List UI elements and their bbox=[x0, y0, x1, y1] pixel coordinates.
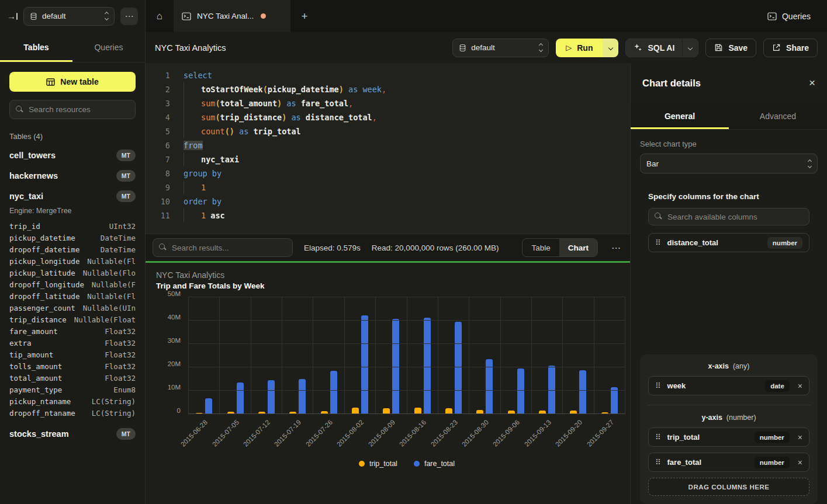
workspace-select[interactable]: default bbox=[23, 7, 115, 26]
results-search bbox=[153, 238, 293, 257]
tab-title: NYC Taxi Anal... bbox=[197, 12, 254, 20]
view-table-button[interactable]: Table bbox=[523, 239, 559, 256]
tab-tables[interactable]: Tables bbox=[0, 32, 72, 62]
y-tick-label: 40M bbox=[168, 314, 181, 321]
bar-pair bbox=[476, 359, 493, 414]
drag-handle-icon[interactable]: ⠿ bbox=[655, 238, 661, 247]
type-badge: number bbox=[755, 457, 790, 468]
token-id: pickup_datetime bbox=[268, 85, 339, 94]
column-name: dropoff_longitude bbox=[9, 279, 84, 291]
save-button[interactable]: Save bbox=[705, 39, 756, 57]
bar-fare_total bbox=[205, 398, 212, 414]
y-tick-label: 30M bbox=[168, 337, 181, 344]
remove-column-icon[interactable]: × bbox=[798, 381, 802, 391]
drag-handle-icon[interactable]: ⠿ bbox=[655, 381, 661, 390]
column-name: dropoff_ntaname bbox=[9, 408, 75, 419]
collapse-sidebar-icon[interactable]: → bbox=[7, 12, 18, 20]
panel-header: Chart details × bbox=[631, 63, 827, 103]
tab-general[interactable]: General bbox=[631, 103, 729, 129]
tab-queries[interactable]: Queries bbox=[72, 32, 145, 62]
gridline-h bbox=[188, 343, 625, 344]
drag-handle-icon[interactable]: ⠿ bbox=[655, 433, 661, 442]
token-par: ( bbox=[215, 99, 220, 108]
line-number: 6 bbox=[153, 138, 170, 152]
table-row-stocks-stream[interactable]: stocks_stream MT bbox=[9, 428, 136, 440]
column-chip-fare_total[interactable]: ⠿fare_totalnumber× bbox=[648, 453, 809, 472]
home-button[interactable]: ⌂ bbox=[146, 0, 174, 32]
sql-editor[interactable]: 1select2toStartOfWeek(pickup_datetime) a… bbox=[146, 63, 630, 234]
token-id: distance_total bbox=[306, 113, 372, 122]
new-table-button[interactable]: New table bbox=[9, 72, 136, 92]
share-button[interactable]: Share bbox=[763, 39, 818, 57]
code-line: 91 bbox=[146, 180, 630, 194]
new-tab-button[interactable]: + bbox=[290, 0, 319, 32]
results-more-button[interactable]: ⋯ bbox=[609, 242, 623, 253]
code-text: count() as trip_total bbox=[184, 124, 301, 138]
new-table-label: New table bbox=[60, 77, 98, 86]
column-type: Nullable(UIn bbox=[83, 303, 136, 314]
columns-search-input[interactable] bbox=[648, 208, 809, 225]
column-chip-distance_total[interactable]: ⠿distance_totalnumber bbox=[648, 233, 809, 252]
remove-column-icon[interactable]: × bbox=[798, 458, 802, 467]
column-name: extra bbox=[9, 338, 32, 349]
column-type: Float32 bbox=[105, 349, 136, 361]
remove-column-icon[interactable]: × bbox=[798, 433, 802, 442]
token-kw: as bbox=[286, 113, 306, 122]
token-pun: , bbox=[382, 85, 386, 94]
active-query-tab[interactable]: NYC Taxi Anal... bbox=[174, 0, 290, 32]
x-tick-cell: 2015-08-09 bbox=[376, 414, 407, 460]
x-tick-label: 2015-06-28 bbox=[179, 419, 209, 448]
legend-dot-icon bbox=[359, 461, 365, 467]
sidebar-more-button[interactable]: ⋯ bbox=[120, 8, 138, 25]
tables-section-title: Tables (4) bbox=[9, 132, 136, 141]
chart-details-panel: Chart details × General Advanced Select … bbox=[631, 63, 827, 504]
close-icon[interactable]: × bbox=[809, 77, 815, 89]
column-name: dropoff_datetime bbox=[9, 244, 79, 256]
legend-item-fare_total[interactable]: fare_total bbox=[414, 460, 455, 468]
chart-type-select[interactable]: Bar bbox=[640, 154, 818, 173]
schema-column-row: dropoff_ntanameLC(String) bbox=[9, 408, 136, 419]
legend-item-trip_total[interactable]: trip_total bbox=[359, 460, 397, 468]
x-tick-cell: 2015-09-20 bbox=[563, 414, 594, 460]
chart-subtitle: Trip and Fare Totals by Week bbox=[156, 281, 630, 290]
column-chip-trip_total[interactable]: ⠿trip_totalnumber× bbox=[648, 427, 809, 447]
sidebar-body: New table Tables (4) cell_towers MT hack… bbox=[0, 62, 145, 504]
search-icon bbox=[655, 213, 660, 218]
sql-ai-label: SQL AI bbox=[648, 43, 674, 53]
tab-advanced[interactable]: Advanced bbox=[729, 103, 827, 129]
engine-badge: MT bbox=[116, 170, 136, 182]
column-type: Enum8 bbox=[113, 384, 136, 396]
queries-button[interactable]: Queries bbox=[762, 0, 827, 32]
column-type: Nullable(F bbox=[92, 279, 136, 291]
main-column: 1select2toStartOfWeek(pickup_datetime) a… bbox=[146, 63, 631, 504]
x-tick-cell: 2015-07-26 bbox=[313, 414, 344, 460]
share-label: Share bbox=[786, 43, 809, 53]
columns-section: Specify columns for the chart ⠿distance_… bbox=[648, 192, 809, 252]
database-select[interactable]: default bbox=[452, 39, 549, 57]
sql-ai-button[interactable]: SQL AI bbox=[626, 39, 682, 57]
chevron-down-icon bbox=[688, 45, 693, 50]
y-axis-ticks: 010M20M30M40M50M bbox=[156, 297, 184, 414]
table-name: hackernews bbox=[9, 171, 58, 180]
view-chart-button[interactable]: Chart bbox=[559, 239, 597, 256]
table-row-nyc-taxi[interactable]: nyc_taxi MT bbox=[9, 190, 136, 202]
table-row-cell-towers[interactable]: cell_towers MT bbox=[9, 150, 136, 161]
drop-zone[interactable]: DRAG COLUMNS HERE bbox=[648, 478, 809, 496]
table-row-hackernews[interactable]: hackernews MT bbox=[9, 170, 136, 182]
column-chip-week[interactable]: ⠿weekdate× bbox=[648, 376, 809, 395]
bar-pair bbox=[352, 315, 368, 414]
column-name: pickup_latitude bbox=[9, 267, 75, 279]
column-type: LC(String) bbox=[92, 408, 136, 419]
bar-group bbox=[469, 297, 500, 414]
x-axis-label: x-axis bbox=[708, 362, 729, 370]
bar-group bbox=[344, 297, 375, 414]
resource-search-input[interactable] bbox=[9, 100, 136, 119]
updown-chevron-icon bbox=[808, 160, 811, 168]
columns-section-label: Specify columns for the chart bbox=[648, 192, 809, 201]
bar-group bbox=[407, 297, 438, 414]
results-search-input[interactable] bbox=[153, 238, 293, 257]
run-button[interactable]: ▷ Run bbox=[556, 39, 603, 57]
sql-ai-options-button[interactable] bbox=[682, 39, 698, 57]
drag-handle-icon[interactable]: ⠿ bbox=[655, 458, 661, 467]
run-options-button[interactable] bbox=[603, 39, 618, 57]
